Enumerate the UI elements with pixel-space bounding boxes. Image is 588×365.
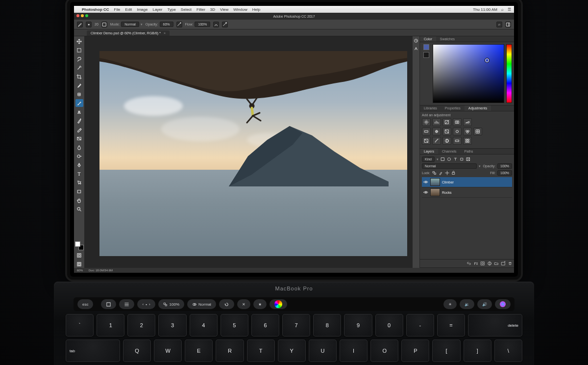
new-layer-icon[interactable]: [501, 261, 506, 266]
tab-properties[interactable]: Properties: [441, 105, 465, 111]
clone-stamp-tool[interactable]: [75, 108, 83, 116]
adj-hue-icon[interactable]: [422, 128, 431, 135]
brush-panel-icon[interactable]: [101, 22, 107, 27]
zoom-tool[interactable]: [75, 205, 83, 213]
touchbar-volume-high-icon[interactable]: 🔊: [477, 299, 492, 309]
menu-window[interactable]: Window: [233, 7, 247, 12]
airbrush-icon[interactable]: [213, 22, 219, 27]
panel-fg-swatch[interactable]: [423, 44, 429, 50]
menu-filter[interactable]: Filter: [196, 7, 205, 12]
key-o[interactable]: O: [370, 339, 398, 362]
add-mask-icon[interactable]: [480, 261, 485, 266]
layer-filter-kind[interactable]: Kind: [422, 156, 435, 162]
adj-colorbalance-icon[interactable]: [432, 128, 441, 135]
history-panel-icon[interactable]: [414, 38, 418, 43]
gradient-tool[interactable]: [75, 134, 83, 142]
blend-mode-select[interactable]: Normal: [121, 22, 139, 27]
key-bracket-r[interactable]: ]: [464, 339, 491, 362]
key-5[interactable]: 5: [220, 314, 248, 337]
key-8[interactable]: 8: [313, 314, 341, 337]
adj-threshold-icon[interactable]: [442, 137, 451, 145]
key-bracket-l[interactable]: [: [432, 339, 460, 362]
menubar-clock[interactable]: Thu 11:00 AM: [473, 7, 497, 12]
adj-photofilter-icon[interactable]: [453, 128, 462, 135]
key-3[interactable]: 3: [158, 314, 186, 337]
foreground-color-swatch[interactable]: [75, 241, 80, 247]
visibility-icon[interactable]: [423, 190, 428, 195]
touchbar-reset-icon[interactable]: [219, 299, 234, 309]
menu-image[interactable]: Image: [137, 7, 147, 12]
new-adjustment-icon[interactable]: [487, 261, 492, 266]
menu-help[interactable]: Help: [252, 7, 260, 12]
lock-transparency-icon[interactable]: [432, 171, 437, 175]
layer-row[interactable]: Rocks: [422, 187, 512, 198]
spotlight-icon[interactable]: ⌕: [501, 7, 504, 12]
touchbar-cancel-icon[interactable]: ✕: [237, 299, 250, 309]
menu-type[interactable]: Type: [167, 7, 175, 12]
key-delete[interactable]: delete: [468, 314, 522, 337]
key-p[interactable]: P: [401, 339, 429, 362]
adj-brightness-icon[interactable]: [422, 118, 431, 126]
adj-levels-icon[interactable]: [432, 118, 441, 126]
blur-tool[interactable]: [75, 143, 83, 151]
color-swatches[interactable]: [75, 241, 84, 250]
type-tool[interactable]: [75, 170, 83, 178]
key-u[interactable]: U: [309, 339, 337, 362]
marquee-tool[interactable]: [75, 46, 83, 54]
menu-layer[interactable]: Layer: [152, 7, 162, 12]
layer-blend-select[interactable]: Normal: [422, 163, 477, 169]
crop-tool[interactable]: [75, 73, 83, 80]
key-e[interactable]: E: [185, 339, 213, 362]
app-menu[interactable]: Photoshop CC: [82, 7, 109, 12]
adj-bw-icon[interactable]: [442, 128, 451, 135]
lock-all-icon[interactable]: [451, 171, 456, 175]
tab-layers[interactable]: Layers: [420, 149, 438, 154]
brush-preview-icon[interactable]: ●: [86, 22, 92, 27]
layer-thumbnail[interactable]: [430, 178, 440, 186]
touchbar-favorite-icon[interactable]: ★: [253, 299, 267, 309]
lasso-tool[interactable]: [75, 55, 83, 63]
tab-adjustments[interactable]: Adjustments: [465, 105, 491, 111]
touchbar-siri-icon[interactable]: [495, 299, 511, 309]
zoom-level[interactable]: 60%: [77, 269, 83, 272]
touchbar-esc[interactable]: esc: [77, 299, 93, 309]
touchbar-layout-icon[interactable]: [101, 299, 116, 309]
key-minus[interactable]: -: [406, 314, 434, 337]
tab-color[interactable]: Color: [420, 36, 436, 42]
layer-opacity-field[interactable]: 100%: [497, 163, 512, 169]
adj-exposure-icon[interactable]: [453, 118, 462, 126]
layer-name[interactable]: Rocks: [442, 191, 511, 194]
adj-channelmixer-icon[interactable]: [463, 128, 472, 135]
close-tab-icon[interactable]: ×: [164, 31, 166, 35]
search-icon[interactable]: ⌕: [496, 22, 502, 27]
layer-fx-icon[interactable]: [473, 261, 478, 266]
menu-file[interactable]: File: [114, 7, 121, 12]
brush-tool[interactable]: [75, 99, 83, 107]
adj-colorlookup-icon[interactable]: [473, 128, 482, 135]
move-tool[interactable]: [75, 37, 83, 45]
visibility-icon[interactable]: [423, 180, 428, 184]
key-q[interactable]: Q: [123, 339, 151, 362]
menu-view[interactable]: View: [220, 7, 228, 12]
key-2[interactable]: 2: [127, 314, 155, 337]
tab-paths[interactable]: Paths: [461, 149, 477, 154]
layer-name[interactable]: Climber: [442, 181, 511, 184]
menu-select[interactable]: Select: [181, 7, 192, 12]
menu-3d[interactable]: 3D: [210, 7, 215, 12]
touchbar-brush-icon[interactable]: [119, 299, 134, 309]
filter-shape-icon[interactable]: [460, 157, 464, 161]
tab-channels[interactable]: Channels: [438, 149, 461, 154]
path-selection-tool[interactable]: [75, 179, 83, 186]
layer-thumbnail[interactable]: [430, 188, 440, 196]
filter-pixel-icon[interactable]: [441, 157, 445, 161]
filter-type-icon[interactable]: [453, 157, 458, 161]
adj-gradientmap-icon[interactable]: [453, 137, 462, 145]
pressure-opacity-icon[interactable]: [176, 22, 182, 27]
pressure-size-icon[interactable]: [222, 22, 228, 27]
delete-layer-icon[interactable]: [508, 261, 513, 266]
touchbar-color-icon[interactable]: [270, 299, 287, 309]
filter-adjust-icon[interactable]: [447, 157, 451, 161]
key-equals[interactable]: =: [437, 314, 465, 337]
history-brush-tool[interactable]: [75, 117, 83, 125]
adj-invert-icon[interactable]: [422, 137, 431, 145]
